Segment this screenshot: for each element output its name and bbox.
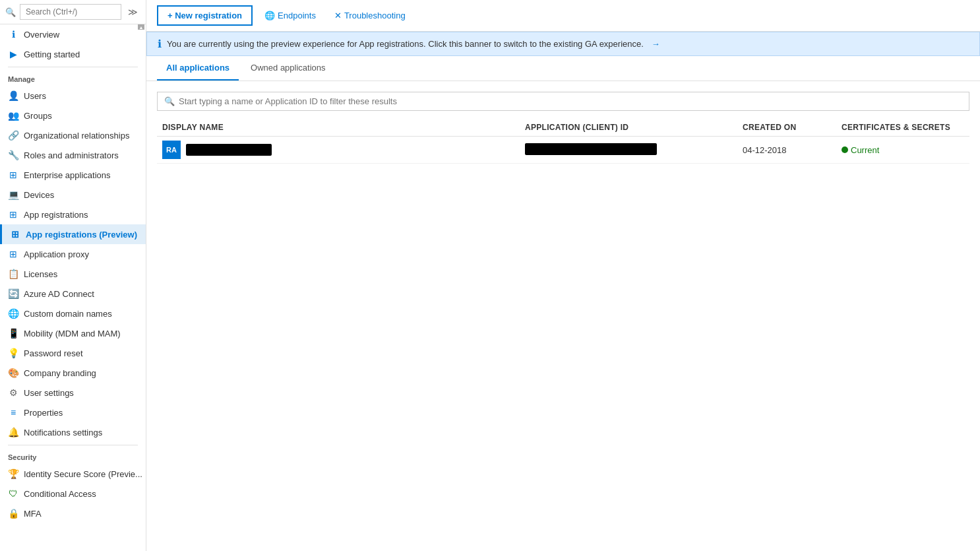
table-header: DISPLAY NAME APPLICATION (CLIENT) ID CRE…	[157, 119, 969, 137]
sidebar-item-label: Mobility (MDM and MAM)	[24, 329, 121, 339]
sidebar-item-devices[interactable]: 💻 Devices	[0, 185, 146, 205]
endpoints-button[interactable]: 🌐 Endpoints	[258, 7, 322, 24]
sidebar-item-label: Devices	[24, 190, 54, 200]
sidebar-item-custom-domain-names[interactable]: 🌐 Custom domain names	[0, 304, 146, 323]
sidebar-item-label: Company branding	[24, 368, 96, 378]
table-cell-client-id	[520, 143, 737, 157]
sidebar-divider-security	[8, 445, 138, 445]
sidebar-item-mfa[interactable]: 🔒 MFA	[0, 503, 146, 523]
user-settings-icon: ⚙	[8, 387, 18, 398]
preview-banner[interactable]: ℹ You are currently using the preview ex…	[146, 32, 980, 56]
roles-admin-icon: 🔧	[8, 150, 18, 160]
application-proxy-icon: ⊞	[8, 249, 18, 259]
sidebar-item-label: Organizational relationships	[24, 131, 129, 141]
tab-all-applications[interactable]: All applications	[157, 56, 239, 81]
custom-domain-names-icon: 🌐	[8, 308, 18, 319]
sidebar-divider-manage	[8, 67, 138, 67]
content-area: 🔍 DISPLAY NAME APPLICATION (CLIENT) ID C…	[146, 81, 980, 551]
sidebar-item-properties[interactable]: ≡ Properties	[0, 403, 146, 422]
sidebar-item-password-reset[interactable]: 💡 Password reset	[0, 343, 146, 363]
sidebar-item-mobility[interactable]: 📱 Mobility (MDM and MAM)	[0, 323, 146, 343]
main-content: + New registration 🌐 Endpoints ✕ Trouble…	[146, 0, 980, 551]
sidebar-item-label: Roles and administrators	[24, 150, 119, 160]
mfa-icon: 🔒	[8, 508, 18, 519]
users-icon: 👤	[8, 90, 18, 101]
status-dot	[842, 146, 848, 153]
sidebar-item-user-settings[interactable]: ⚙ User settings	[0, 383, 146, 403]
table-cell-created-on: 04-12-2018	[737, 145, 836, 155]
company-branding-icon: 🎨	[8, 368, 18, 378]
sidebar-item-org-relationships[interactable]: 🔗 Organizational relationships	[0, 125, 146, 145]
sidebar-item-label: Identity Secure Score (Previe...	[24, 469, 142, 479]
header-display-name: DISPLAY NAME	[157, 123, 520, 132]
mobility-icon: 📱	[8, 328, 18, 339]
sidebar-item-overview[interactable]: ℹ Overview	[0, 24, 146, 44]
app-avatar: RA	[162, 141, 181, 159]
troubleshooting-button[interactable]: ✕ Troubleshooting	[328, 7, 412, 24]
sidebar-item-label: User settings	[24, 388, 74, 398]
sidebar-item-app-registrations-preview[interactable]: ⊞ App registrations (Preview)	[0, 224, 146, 244]
scroll-up-indicator[interactable]: ▲	[138, 24, 144, 30]
sidebar-item-roles-admin[interactable]: 🔧 Roles and administrators	[0, 145, 146, 165]
sidebar-item-conditional-access[interactable]: 🛡 Conditional Access	[0, 484, 146, 503]
table-cell-status: Current	[836, 145, 969, 155]
sidebar-item-company-branding[interactable]: 🎨 Company branding	[0, 363, 146, 383]
banner-info-icon: ℹ	[158, 38, 162, 50]
filter-bar: 🔍	[157, 92, 969, 111]
conditional-access-icon: 🛡	[8, 488, 18, 499]
licenses-icon: 📋	[8, 269, 18, 279]
sidebar-item-label: App registrations	[24, 210, 88, 220]
sidebar-item-label: Password reset	[24, 348, 83, 358]
sidebar-item-application-proxy[interactable]: ⊞ Application proxy	[0, 244, 146, 264]
properties-icon: ≡	[8, 407, 18, 418]
sidebar-item-label: Notifications settings	[24, 428, 102, 438]
sidebar-item-label: Conditional Access	[24, 489, 96, 499]
sidebar-item-groups[interactable]: 👥 Groups	[0, 106, 146, 125]
table-row[interactable]: RA 04-12-2018 Current	[157, 137, 969, 164]
search-input[interactable]	[20, 4, 121, 20]
search-icon: 🔍	[5, 7, 16, 17]
org-relationships-icon: 🔗	[8, 130, 18, 141]
sidebar-item-users[interactable]: 👤 Users	[0, 86, 146, 106]
sidebar-item-label: Groups	[24, 111, 52, 121]
enterprise-apps-icon: ⊞	[8, 170, 18, 180]
sidebar-item-label: Overview	[24, 30, 59, 40]
identity-secure-score-icon: 🏆	[8, 469, 18, 479]
tabs-container: All applications Owned applications	[146, 56, 980, 81]
sidebar-item-label: Properties	[24, 408, 63, 418]
endpoints-label: Endpoints	[278, 11, 316, 20]
sidebar-item-getting-started[interactable]: ▶ Getting started	[0, 44, 146, 64]
sidebar-item-label: Custom domain names	[24, 309, 112, 319]
sidebar-collapse-button[interactable]: ≫	[125, 7, 140, 17]
sidebar-item-licenses[interactable]: 📋 Licenses	[0, 264, 146, 284]
sidebar-item-app-registrations[interactable]: ⊞ App registrations	[0, 205, 146, 224]
sidebar-item-notifications-settings[interactable]: 🔔 Notifications settings	[0, 422, 146, 442]
sidebar-item-label: Users	[24, 91, 46, 101]
sidebar-item-label: Licenses	[24, 269, 57, 279]
sidebar-item-label: App registrations (Preview)	[26, 230, 137, 240]
banner-text: You are currently using the preview expe…	[167, 39, 644, 49]
filter-input[interactable]	[179, 96, 962, 106]
banner-link[interactable]: →	[652, 39, 660, 49]
sidebar-item-label: Application proxy	[24, 249, 89, 259]
groups-icon: 👥	[8, 110, 18, 121]
sidebar-item-label: Enterprise applications	[24, 170, 111, 180]
sidebar-item-enterprise-apps[interactable]: ⊞ Enterprise applications	[0, 165, 146, 185]
status-badge: Current	[842, 145, 964, 155]
header-created-on: CREATED ON	[737, 123, 836, 132]
toolbar: + New registration 🌐 Endpoints ✕ Trouble…	[146, 0, 980, 32]
new-registration-button[interactable]: + New registration	[157, 5, 253, 26]
password-reset-icon: 💡	[8, 348, 18, 358]
table-cell-display-name: RA	[157, 141, 520, 159]
sidebar-search-container: 🔍 ≫	[0, 0, 146, 24]
filter-search-icon: 🔍	[164, 96, 175, 106]
tab-owned-applications[interactable]: Owned applications	[241, 56, 334, 81]
azure-ad-connect-icon: 🔄	[8, 288, 18, 299]
endpoints-globe-icon: 🌐	[264, 11, 275, 20]
sidebar-item-identity-secure-score[interactable]: 🏆 Identity Secure Score (Previe...	[0, 464, 146, 484]
notifications-settings-icon: 🔔	[8, 427, 18, 438]
status-label: Current	[851, 145, 879, 155]
sidebar: 🔍 ≫ ▲ ℹ Overview ▶ Getting started Manag…	[0, 0, 146, 551]
troubleshooting-icon: ✕	[334, 11, 342, 20]
sidebar-item-azure-ad-connect[interactable]: 🔄 Azure AD Connect	[0, 284, 146, 304]
